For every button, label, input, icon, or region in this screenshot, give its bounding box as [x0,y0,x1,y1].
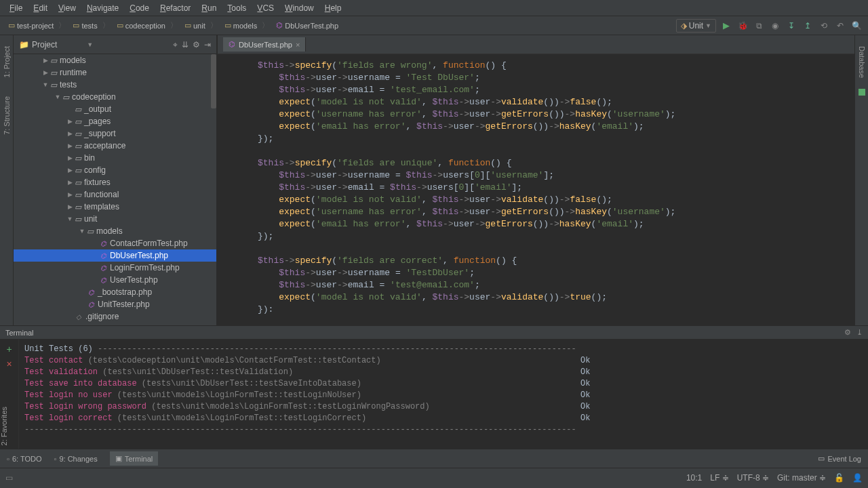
terminal-title: Terminal [5,329,34,337]
breadcrumb-item[interactable]: ▭ unit〉 [182,19,220,32]
menu-window[interactable]: Window [281,2,318,14]
collapse-all-icon[interactable]: ⇊ [182,40,189,49]
vcs-history-icon[interactable]: ⟲ [818,20,830,32]
structure-tool-tab[interactable]: 7: Structure [1,91,12,140]
folder-node[interactable]: ▶▭fixtures [14,176,216,188]
file-node[interactable]: ⌬UnitTester.php [14,298,216,310]
project-tool-tab[interactable]: 1: Project [1,41,12,83]
scroll-from-icon[interactable]: ⌖ [173,40,178,49]
breadcrumb-item[interactable]: ▭ codeception〉 [114,19,180,32]
file-node[interactable]: ◇.gitignore [14,310,216,323]
tool-tab[interactable]: ▫ 6: TODO [7,455,42,463]
vcs-commit-icon[interactable]: ↥ [802,20,814,32]
bottom-tool-tabs: ▫ 6: TODO▫ 9: Changes▣ Terminal ▭ Event … [0,449,868,468]
editor-tab-label: DbUserTest.php [239,41,292,49]
breadcrumb-item[interactable]: ⌬ DbUserTest.php [273,20,341,31]
search-icon[interactable]: 🔍 [850,20,863,32]
tool-tab[interactable]: ▣ Terminal [110,451,159,466]
menu-edit[interactable]: Edit [29,2,52,14]
run-button[interactable]: ▶ [720,20,732,32]
close-icon[interactable]: × [6,359,12,369]
folder-node[interactable]: ▶▭runtime [14,66,216,79]
file-node[interactable]: ⌬bootstrap.php [14,323,216,325]
lock-icon[interactable]: 🔓 [834,473,844,483]
editor-tab-active[interactable]: ⌬ DbUserTest.php × [223,37,306,52]
file-node[interactable]: ⌬LoginFormTest.php [14,262,216,274]
folder-node[interactable]: ▼▭tests [14,79,216,91]
event-log-icon: ▭ [818,454,825,463]
status-field[interactable]: 10:1 [686,473,702,483]
toolbar-right: ⬗ Unit ▼ ▶ 🐞 ⧉ ◉ ↧ ↥ ⟲ ↶ 🔍 [676,19,863,33]
hide-icon[interactable]: ⇥ [204,40,211,49]
file-node[interactable]: ⌬DbUserTest.php [14,249,216,262]
menu-code[interactable]: Code [125,2,153,14]
run-config-label: Unit [689,21,703,30]
folder-node[interactable]: ▶▭templates [14,201,216,213]
coverage-icon[interactable]: ⧉ [753,20,765,32]
folder-node[interactable]: ▭_output [14,103,216,115]
status-field[interactable]: LF ≑ [710,473,728,483]
breadcrumb-item[interactable]: ▭ tests〉 [70,19,112,32]
code-editor[interactable]: $this->specify('fields are wrong', funct… [217,54,854,325]
close-icon[interactable]: × [296,41,300,49]
event-log-button[interactable]: ▭ Event Log [818,454,861,463]
php-file-icon: ⌬ [229,40,235,49]
inspection-ok-icon [859,89,865,96]
status-field[interactable]: Git: master ≑ [777,473,826,483]
folder-node[interactable]: ▶▭functional [14,188,216,201]
tool-tab[interactable]: ▫ 9: Changes [54,455,98,463]
project-tree[interactable]: ▶▭models▶▭runtime▼▭tests▼▭codeception▭_o… [14,54,216,325]
folder-node[interactable]: ▶▭_support [14,127,216,140]
folder-node[interactable]: ▶▭bin [14,152,216,164]
right-tool-gutter: Database [854,35,868,325]
folder-node[interactable]: ▼▭models [14,225,216,237]
menu-run[interactable]: Run [197,2,220,14]
terminal-body: + × Unit Tests (6) ---------------------… [0,340,868,449]
terminal-output[interactable]: Unit Tests (6) -------------------------… [19,340,868,449]
folder-node[interactable]: ▶▭models [14,54,216,66]
folder-node[interactable]: ▼▭unit [14,213,216,225]
file-node[interactable]: ⌬_bootstrap.php [14,286,216,298]
chevron-down-icon: ▼ [705,22,711,29]
vcs-update-icon[interactable]: ↧ [785,20,797,32]
breadcrumb-item[interactable]: ▭ test-project〉 [5,19,68,32]
project-panel: 📁 Project ▼ ⌖ ⇊ ⚙ ⇥ ▶▭models▶▭runtime▼▭t… [14,35,217,325]
menu-refactor[interactable]: Refactor [156,2,195,14]
run-config-selector[interactable]: ⬗ Unit ▼ [676,19,716,33]
menu-view[interactable]: View [54,2,80,14]
folder-node[interactable]: ▶▭acceptance [14,140,216,152]
add-icon[interactable]: + [6,344,12,354]
breadcrumb-item[interactable]: ▭ models〉 [222,19,272,32]
statusbar: ▭ 10:1LF ≑UTF-8 ≑Git: master ≑🔓👤 [0,468,868,487]
database-tool-tab[interactable]: Database [856,41,867,83]
menu-navigate[interactable]: Navigate [83,2,123,14]
vcs-revert-icon[interactable]: ↶ [834,20,846,32]
menu-file[interactable]: File [5,2,26,14]
file-node[interactable]: ⌬UserTest.php [14,274,216,286]
gear-icon[interactable]: ⚙ [844,328,851,337]
status-field[interactable]: UTF-8 ≑ [737,473,769,483]
inspector-icon[interactable]: 👤 [852,473,863,483]
test-result-line: Test save into database (tests\unit\DbUs… [24,378,863,390]
gear-icon[interactable]: ⚙ [193,40,200,49]
chevron-down-icon[interactable]: ▼ [87,41,93,48]
folder-node[interactable]: ▼▭codeception [14,91,216,103]
stop-icon[interactable]: ◉ [769,20,781,32]
status-icon[interactable]: ▭ [5,473,13,483]
tree-scrollbar[interactable] [211,54,216,108]
favorites-tool-tab[interactable]: 2: Favorites [0,407,8,445]
file-node[interactable]: ⌬ContactFormTest.php [14,237,216,249]
test-result-line: Test login wrong password (tests\unit\mo… [24,401,863,413]
menu-help[interactable]: Help [321,2,346,14]
download-icon[interactable]: ⤓ [856,328,863,337]
debug-button[interactable]: 🐞 [736,20,749,32]
toolbar: ▭ test-project〉▭ tests〉▭ codeception〉▭ u… [0,16,868,35]
menu-vcs[interactable]: VCS [253,2,278,14]
terminal-header: Terminal ⚙ ⤓ [0,326,868,340]
menu-tools[interactable]: Tools [223,2,250,14]
folder-icon: 📁 [19,40,29,49]
folder-node[interactable]: ▶▭_pages [14,115,216,127]
menubar: FileEditViewNavigateCodeRefactorRunTools… [0,0,868,16]
project-title: Project [32,40,57,49]
folder-node[interactable]: ▶▭config [14,164,216,176]
